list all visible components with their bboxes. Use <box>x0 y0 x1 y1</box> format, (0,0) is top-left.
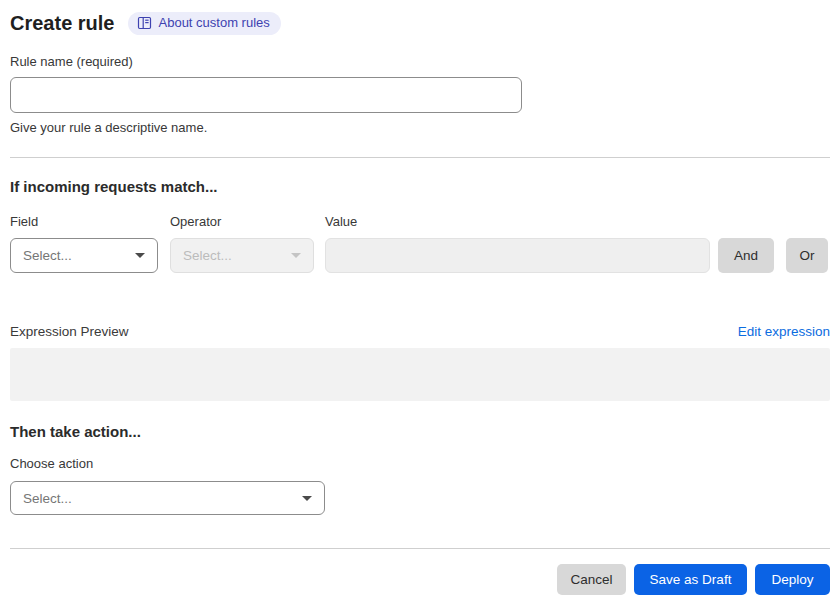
field-select-value: Select... <box>23 248 72 263</box>
expression-preview-row: Expression Preview Edit expression <box>10 324 830 339</box>
choose-action-select[interactable]: Select... <box>10 481 325 515</box>
rule-name-label: Rule name (required) <box>10 54 830 69</box>
operator-label: Operator <box>170 214 325 229</box>
operator-select-value: Select... <box>183 248 232 263</box>
choose-action-value: Select... <box>23 491 72 506</box>
expression-builder-row: Select... Select... And Or <box>10 238 830 273</box>
field-label: Field <box>10 214 170 229</box>
cancel-button[interactable]: Cancel <box>557 564 626 595</box>
value-input[interactable] <box>325 238 710 273</box>
or-button[interactable]: Or <box>786 238 828 273</box>
builder-column-labels: Field Operator Value <box>10 214 830 229</box>
about-custom-rules-link[interactable]: About custom rules <box>128 12 281 35</box>
divider <box>10 157 830 158</box>
operator-select[interactable]: Select... <box>170 238 314 273</box>
action-section-heading: Then take action... <box>10 423 830 440</box>
expression-preview-box <box>10 348 830 401</box>
chevron-down-icon <box>302 496 312 501</box>
edit-expression-link[interactable]: Edit expression <box>738 324 830 339</box>
save-as-draft-button[interactable]: Save as Draft <box>634 564 747 595</box>
page-header: Create rule About custom rules <box>10 10 830 36</box>
about-custom-rules-label: About custom rules <box>159 15 270 31</box>
create-rule-page: Create rule About custom rules Rule name… <box>0 0 839 595</box>
footer-actions: Cancel Save as Draft Deploy <box>10 564 830 595</box>
and-button[interactable]: And <box>718 238 774 273</box>
value-label: Value <box>325 214 830 229</box>
match-section-heading: If incoming requests match... <box>10 178 830 195</box>
page-title: Create rule <box>10 10 115 36</box>
book-icon <box>137 16 152 30</box>
divider <box>10 548 830 549</box>
chevron-down-icon <box>135 253 145 258</box>
chevron-down-icon <box>291 253 301 258</box>
field-select[interactable]: Select... <box>10 238 158 273</box>
rule-name-input[interactable] <box>10 77 522 113</box>
choose-action-label: Choose action <box>10 456 830 471</box>
deploy-button[interactable]: Deploy <box>755 564 830 595</box>
rule-name-helper: Give your rule a descriptive name. <box>10 120 830 135</box>
expression-preview-label: Expression Preview <box>10 324 129 339</box>
